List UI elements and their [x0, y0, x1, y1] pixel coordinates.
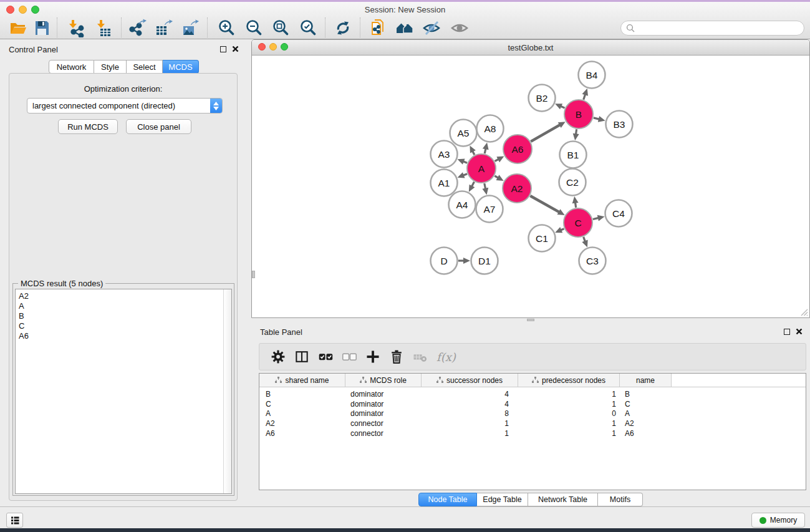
graph-edge-B-B3[interactable]	[594, 118, 599, 119]
graph-node-B2[interactable]: B2	[529, 85, 556, 112]
table-row[interactable]: A2connector11A2	[259, 418, 806, 428]
graph-edge-A-A1[interactable]	[463, 174, 467, 175]
float-panel-icon[interactable]	[220, 46, 226, 52]
graph-node-C4[interactable]: C4	[605, 200, 632, 227]
hide-selected-button[interactable]	[421, 17, 442, 39]
table-cell[interactable]: dominator	[345, 400, 422, 409]
column-header-name[interactable]: name	[620, 374, 672, 387]
table-row[interactable]: Cdominator41C	[259, 399, 806, 409]
column-header-predecessor-nodes[interactable]: predecessor nodes	[518, 374, 620, 387]
table-cell[interactable]: 1	[518, 419, 620, 428]
network-canvas[interactable]: B4B2BB3A5A8A6A3B1AA1C2A2A4A7C4CC1C3DD1	[252, 56, 809, 317]
graph-edge-A-A3[interactable]	[463, 162, 467, 163]
graph-node-A[interactable]: A	[467, 154, 496, 183]
close-panel-icon[interactable]	[232, 46, 239, 52]
criterion-select[interactable]: largest connected component (directed)	[27, 98, 223, 114]
network-from-file-button[interactable]	[368, 17, 389, 39]
table-cell[interactable]: dominator	[345, 409, 422, 418]
mcds-result-scrollbar[interactable]	[223, 289, 231, 493]
delete-column-button[interactable]	[387, 347, 406, 367]
graph-node-C2[interactable]: C2	[559, 169, 586, 196]
task-history-button[interactable]	[6, 513, 23, 528]
table-cell[interactable]: A6	[259, 429, 345, 438]
tab-network[interactable]: Network	[49, 60, 94, 74]
graph-edge-B-B4[interactable]	[584, 94, 586, 99]
export-image-button[interactable]	[180, 17, 201, 39]
graph-node-A1[interactable]: A1	[431, 170, 458, 196]
table-cell[interactable]: connector	[345, 419, 422, 428]
zoom-fit-button[interactable]	[270, 17, 291, 39]
add-column-button[interactable]	[363, 347, 382, 367]
mcds-result-item[interactable]: C	[19, 321, 231, 331]
graph-edge-C-C2[interactable]	[576, 203, 576, 208]
save-session-button[interactable]	[31, 17, 52, 39]
graph-edge-C-C3[interactable]	[584, 237, 586, 241]
graph-edge-A6-B[interactable]	[531, 125, 560, 142]
table-cell[interactable]: 1	[422, 419, 518, 428]
graph-node-C3[interactable]: C3	[579, 248, 606, 274]
graph-node-C[interactable]: C	[564, 208, 592, 237]
table-cell[interactable]: A6	[620, 429, 672, 438]
import-table-button[interactable]	[94, 17, 115, 39]
column-header-mcds-role[interactable]: MCDS role	[345, 374, 422, 387]
run-mcds-button[interactable]: Run MCDS	[58, 119, 118, 134]
select-all-button[interactable]	[316, 347, 335, 367]
graph-edge-A2-C[interactable]	[530, 196, 559, 212]
split-columns-button[interactable]	[292, 347, 311, 367]
graph-edge-B-B1[interactable]	[576, 129, 577, 134]
import-network-button[interactable]	[65, 17, 87, 39]
table-cell[interactable]: A	[259, 409, 345, 418]
mcds-result-item[interactable]: A2	[19, 291, 231, 301]
resize-grip-icon[interactable]	[799, 307, 808, 316]
tab-network-table[interactable]: Network Table	[528, 493, 598, 506]
memory-button[interactable]: Memory	[751, 513, 805, 528]
zoom-out-button[interactable]	[243, 17, 264, 39]
table-settings-button[interactable]	[268, 347, 287, 367]
graph-edge-A-A6[interactable]	[495, 159, 499, 161]
show-all-button[interactable]	[449, 17, 470, 39]
mcds-result-item[interactable]: B	[19, 311, 231, 321]
export-network-button[interactable]	[127, 17, 148, 39]
graph-node-A8[interactable]: A8	[477, 115, 504, 142]
column-header-shared-name[interactable]: shared name	[259, 374, 345, 387]
home-button[interactable]	[394, 17, 415, 39]
graph-node-A4[interactable]: A4	[449, 191, 476, 218]
table-cell[interactable]: C	[620, 400, 672, 409]
deselect-all-button[interactable]	[339, 347, 359, 367]
tab-select[interactable]: Select	[127, 60, 163, 74]
table-cell[interactable]: 1	[518, 390, 620, 399]
graph-node-B4[interactable]: B4	[579, 62, 605, 89]
table-cell[interactable]: B	[259, 390, 345, 399]
refresh-button[interactable]	[332, 17, 354, 39]
graph-node-A7[interactable]: A7	[476, 196, 503, 223]
table-cell[interactable]: 1	[518, 429, 620, 438]
tab-mcds[interactable]: MCDS	[163, 60, 199, 74]
network-graph[interactable]: B4B2BB3A5A8A6A3B1AA1C2A2A4A7C4CC1C3DD1	[252, 56, 809, 317]
mcds-result-item[interactable]: A	[19, 301, 231, 311]
tab-motifs[interactable]: Motifs	[598, 493, 643, 506]
tab-edge-table[interactable]: Edge Table	[477, 493, 528, 506]
table-cell[interactable]: A2	[259, 419, 345, 428]
table-row[interactable]: Bdominator41B	[259, 389, 806, 399]
table-cell[interactable]: B	[620, 390, 672, 399]
tab-style[interactable]: Style	[94, 60, 127, 74]
table-cell[interactable]: 1	[422, 429, 518, 438]
graph-node-B[interactable]: B	[564, 100, 593, 128]
open-session-button[interactable]	[7, 17, 29, 39]
graph-node-B3[interactable]: B3	[606, 111, 633, 138]
tab-node-table[interactable]: Node Table	[418, 493, 477, 506]
search-field[interactable]	[620, 21, 804, 36]
graph-edge-A-A4[interactable]	[472, 182, 475, 186]
mcds-result-listbox[interactable]: A2ABCA6	[15, 289, 232, 494]
graph-edge-A-A8[interactable]	[485, 148, 486, 153]
table-row[interactable]: A6connector11A6	[259, 428, 806, 438]
graph-node-A3[interactable]: A3	[431, 141, 458, 168]
table-cell[interactable]: 0	[518, 409, 620, 418]
close-panel-button[interactable]: Close panel	[126, 119, 191, 134]
search-input[interactable]	[638, 24, 799, 32]
graph-node-D1[interactable]: D1	[471, 248, 498, 274]
export-table-button[interactable]	[153, 17, 174, 39]
graph-edge-B-B2[interactable]	[561, 106, 564, 108]
zoom-selected-button[interactable]	[297, 17, 319, 39]
table-cell[interactable]: dominator	[345, 390, 422, 399]
